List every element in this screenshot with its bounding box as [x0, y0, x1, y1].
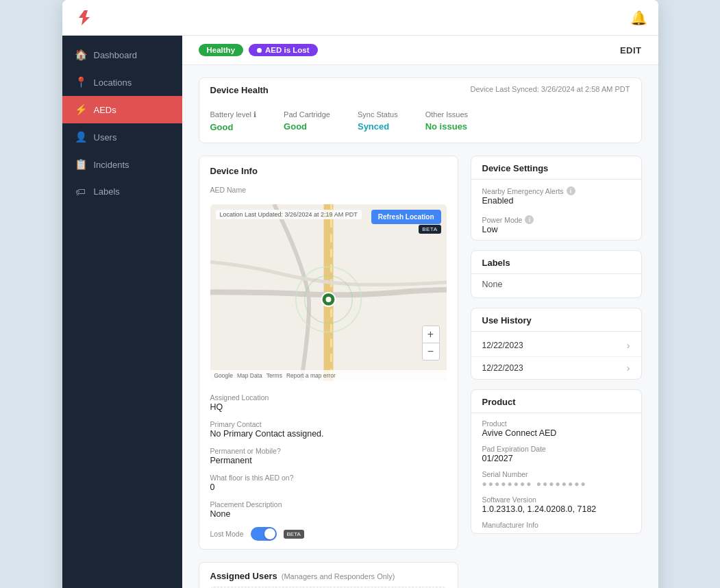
map-beta-badge: BETA — [419, 225, 440, 234]
product-card: Product Product Avive Connect AED Pad Ex… — [471, 389, 642, 534]
svg-point-4 — [325, 297, 331, 302]
use-history-item-2[interactable]: 12/22/2023 › — [471, 357, 641, 379]
zoom-out-button[interactable]: − — [423, 343, 439, 360]
pad-health-item: Pad Cartridge Good — [284, 110, 330, 133]
aed-name-row: AED Name — [199, 182, 458, 199]
labels-card: Labels None — [471, 250, 642, 298]
right-column: Device Settings Nearby Emergency Alerts … — [471, 156, 642, 550]
sidebar-item-labels[interactable]: 🏷 Labels — [62, 178, 182, 205]
sidebar-item-users[interactable]: 👤 Users — [62, 123, 182, 151]
placement-type-label: Permanent or Mobile? — [210, 447, 447, 455]
sidebar-item-label: Users — [94, 132, 117, 143]
map-location-text: Location Last Updated: 3/26/2024 at 2:19… — [216, 210, 362, 219]
product-name-label: Product — [482, 419, 630, 428]
sidebar-item-label: Locations — [94, 77, 132, 88]
labels-icon: 🏷 — [75, 186, 87, 197]
use-history-divider — [471, 331, 641, 332]
sidebar-item-locations[interactable]: 📍 Locations — [62, 69, 182, 96]
power-mode-label-row: Power Mode i — [482, 215, 630, 224]
placement-type-row: Permanent or Mobile? Permanent — [199, 443, 458, 469]
labels-divider — [471, 273, 641, 274]
zoom-in-button[interactable]: + — [423, 326, 439, 343]
primary-contact-value: No Primary Contact assigned. — [210, 429, 447, 439]
sidebar-item-label: Labels — [94, 186, 120, 197]
content-area: Healthy AED is Lost EDIT Device Health D… — [182, 36, 658, 588]
assigned-users-header: Assigned Users (Managers and Responders … — [199, 563, 458, 587]
health-items: Battery level ℹ Good Pad Cartridge Good … — [199, 105, 641, 143]
nearby-alerts-row: Nearby Emergency Alerts i Enabled — [471, 182, 641, 211]
home-icon: 🏠 — [75, 49, 87, 61]
device-health-title: Device Health — [210, 85, 269, 95]
battery-value: Good — [210, 122, 234, 132]
floor-row: What floor is this AED on? 0 — [199, 469, 458, 496]
serial-value: ●●●●●●●● ●●●●●●●● — [482, 479, 630, 489]
nearby-alerts-value: Enabled — [482, 196, 630, 206]
issues-health-item: Other Issues No issues — [425, 110, 468, 133]
pad-exp-value: 01/2027 — [482, 454, 630, 463]
serial-row: Serial Number ●●●●●●●● ●●●●●●●● — [471, 467, 641, 492]
software-row: Software Version 1.0.2313.0, 1.24.0208.0… — [471, 492, 641, 517]
map-zoom-controls: + − — [422, 326, 440, 360]
page-content: Device Health Device Last Synced: 3/26/2… — [182, 65, 658, 588]
assigned-users-card: Assigned Users (Managers and Responders … — [199, 562, 458, 588]
map-terms-link[interactable]: Terms — [266, 372, 282, 379]
status-bar: Healthy AED is Lost EDIT — [182, 36, 658, 65]
device-settings-title: Device Settings — [471, 156, 641, 176]
nearby-alerts-info-icon[interactable]: i — [567, 186, 575, 195]
use-history-item-1[interactable]: 12/22/2023 › — [471, 334, 641, 357]
use-history-title: Use History — [471, 308, 641, 328]
healthy-badge: Healthy — [199, 44, 244, 56]
product-name-row: Product Avive Connect AED — [471, 416, 641, 441]
primary-contact-row: Primary Contact No Primary Contact assig… — [199, 416, 458, 443]
product-title: Product — [471, 390, 641, 410]
device-settings-card: Device Settings Nearby Emergency Alerts … — [471, 156, 642, 241]
battery-health-item: Battery level ℹ Good — [210, 110, 257, 133]
battery-label: Battery level ℹ — [210, 110, 257, 119]
lost-mode-row: Lost Mode BETA — [199, 523, 458, 549]
assigned-users-title: Assigned Users — [210, 571, 277, 581]
notification-bell-icon[interactable]: 🔔 — [630, 10, 647, 26]
sidebar-item-incidents[interactable]: 📋 Incidents — [62, 151, 182, 178]
chevron-right-icon-1: › — [627, 340, 630, 351]
device-info-card: Device Info AED Name — [199, 156, 458, 550]
pad-exp-label: Pad Expiration Date — [482, 445, 630, 453]
edit-button[interactable]: EDIT — [620, 45, 642, 56]
use-history-date-1: 12/22/2023 — [482, 341, 523, 350]
sidebar-item-label: Incidents — [94, 160, 129, 170]
floor-value: 0 — [210, 482, 447, 492]
assigned-users-subtitle: (Managers and Responders Only) — [282, 572, 395, 580]
sidebar-item-dashboard[interactable]: 🏠 Dashboard — [62, 41, 182, 69]
labels-value: None — [471, 277, 641, 297]
sync-health-item: Sync Status Synced — [358, 110, 398, 133]
sidebar-item-aeds[interactable]: ⚡ AEDs — [62, 96, 182, 123]
labels-title: Labels — [471, 251, 641, 271]
power-mode-label: Power Mode — [482, 216, 523, 224]
software-value: 1.0.2313.0, 1.24.0208.0, 7182 — [482, 504, 630, 514]
map-footer: Google Map Data Terms Report a map error — [210, 370, 447, 381]
lost-mode-toggle[interactable] — [251, 527, 277, 541]
lost-dot — [257, 48, 262, 53]
software-label: Software Version — [482, 495, 630, 504]
map-data-label: Map Data — [237, 372, 262, 379]
device-info-title: Device Info — [199, 156, 458, 182]
chevron-right-icon-2: › — [627, 363, 630, 373]
placement-desc-value: None — [210, 509, 447, 519]
issues-value: No issues — [425, 121, 467, 132]
sidebar: 🏠 Dashboard 📍 Locations ⚡ AEDs 👤 Users 📋 — [62, 36, 182, 588]
pad-value: Good — [284, 121, 307, 132]
aed-name-label: AED Name — [210, 186, 447, 194]
device-health-header: Device Health Device Last Synced: 3/26/2… — [199, 78, 641, 105]
main-layout: 🏠 Dashboard 📍 Locations ⚡ AEDs 👤 Users 📋 — [62, 36, 658, 588]
map-report-link[interactable]: Report a map error — [286, 372, 336, 379]
use-history-card: Use History 12/22/2023 › 12/22/2023 › — [471, 308, 642, 380]
assigned-location-value: HQ — [210, 402, 447, 412]
product-divider — [471, 413, 641, 413]
aed-icon: ⚡ — [75, 103, 87, 116]
power-mode-value: Low — [482, 225, 630, 234]
product-name-value: Avive Connect AED — [482, 428, 630, 438]
floor-label: What floor is this AED on? — [210, 474, 447, 482]
map-google-label: Google — [214, 372, 233, 379]
refresh-location-button[interactable]: Refresh Location — [371, 210, 441, 224]
primary-contact-label: Primary Contact — [210, 420, 447, 428]
power-mode-info-icon[interactable]: i — [525, 215, 534, 224]
